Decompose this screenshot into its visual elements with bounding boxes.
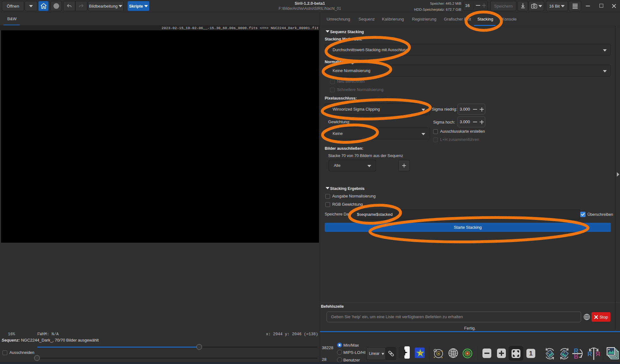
svg-text:R: R: [595, 350, 600, 357]
svg-text:R: R: [587, 350, 592, 357]
